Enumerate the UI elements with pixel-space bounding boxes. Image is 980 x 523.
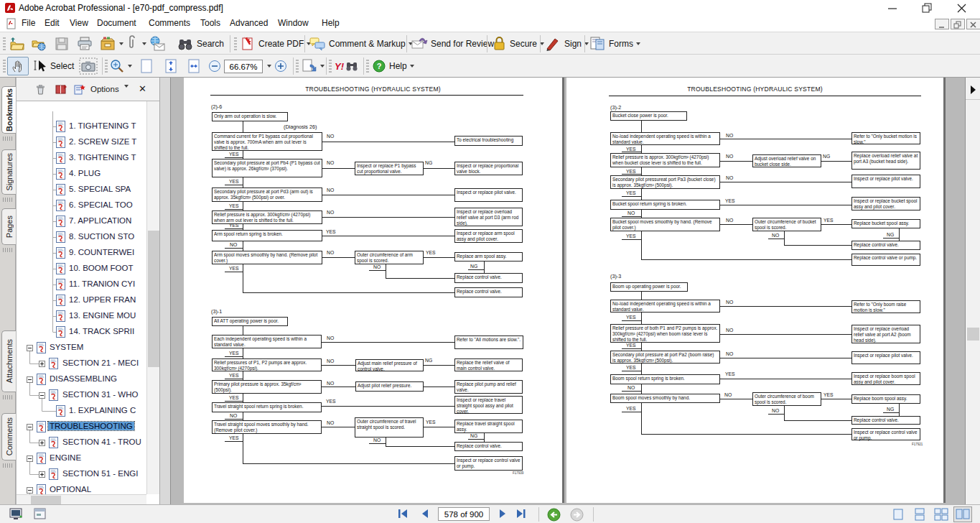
- actual-size-button[interactable]: [138, 57, 155, 75]
- bookmark-label[interactable]: DISASSEMBLING: [50, 374, 117, 383]
- last-page-button[interactable]: [514, 508, 528, 522]
- bookmark-item[interactable]: 13. ENGINE MOU: [17, 308, 146, 324]
- bookmark-item[interactable]: 2. SCREW SIZE T: [17, 134, 146, 150]
- continuous-layout-button[interactable]: [910, 506, 929, 522]
- bookmark-label[interactable]: SYSTEM: [50, 343, 83, 351]
- expand-icon[interactable]: [39, 471, 45, 478]
- toolbar-grip[interactable]: [105, 60, 108, 73]
- bookmark-label[interactable]: 7. APPLICATION: [69, 216, 131, 225]
- zoom-in-button[interactable]: [273, 57, 289, 75]
- single-page-layout-button[interactable]: [889, 506, 907, 522]
- bookmark-label[interactable]: 9. COUNTERWEI: [69, 248, 134, 256]
- menu-help[interactable]: Help: [322, 18, 340, 28]
- yahoo-search-button[interactable]: Y!: [335, 57, 360, 75]
- print-button[interactable]: [76, 34, 93, 53]
- select-tool-button[interactable]: Select: [33, 57, 74, 75]
- bookmark-label[interactable]: SECTION 21 - MECI: [62, 358, 139, 367]
- minimize-button[interactable]: [882, 0, 903, 16]
- attach-button[interactable]: [125, 34, 146, 53]
- bookmark-label[interactable]: 11. TRANION CYI: [69, 279, 135, 288]
- close-button[interactable]: [951, 0, 972, 16]
- page-number-field[interactable]: [438, 507, 490, 521]
- options-menu[interactable]: Options: [90, 85, 119, 93]
- bookmark-label[interactable]: 10. BOOM FOOT: [69, 264, 133, 272]
- zoom-level-field[interactable]: [224, 60, 263, 73]
- email-button[interactable]: [148, 34, 167, 53]
- first-page-button[interactable]: [396, 508, 411, 522]
- menu-document[interactable]: Document: [97, 18, 136, 28]
- create-pdf-button[interactable]: Create PDF: [240, 34, 311, 53]
- forms-button[interactable]: Forms: [589, 34, 640, 53]
- restore-button[interactable]: [916, 0, 938, 16]
- open-web-button[interactable]: [30, 34, 47, 53]
- collapse-icon[interactable]: [27, 455, 33, 462]
- expand-icon[interactable]: [39, 361, 45, 367]
- bookmark-label[interactable]: 14. TRACK SPRII: [69, 327, 134, 335]
- bookmark-label[interactable]: TROUBLESHOOTING: [48, 422, 134, 430]
- hand-tool-button[interactable]: [7, 57, 29, 75]
- help-button[interactable]: ?Help: [372, 57, 414, 75]
- prev-page-button[interactable]: [419, 508, 431, 522]
- bookmark-label[interactable]: SECTION 41 - TROU: [62, 438, 141, 446]
- collapse-icon[interactable]: [27, 424, 33, 430]
- doc-minimize-button[interactable]: [935, 19, 949, 29]
- facing-layout-button[interactable]: [932, 506, 951, 522]
- bookmark-item[interactable]: 5. SPECIAL SPA: [17, 182, 146, 198]
- organizer-button[interactable]: [99, 34, 123, 53]
- fit-width-button[interactable]: [185, 57, 202, 75]
- bookmark-label[interactable]: 1. EXPLAINING C: [69, 406, 136, 415]
- tab-attachments[interactable]: Attachments: [1, 330, 16, 392]
- save-button[interactable]: [53, 34, 70, 53]
- bookmark-item[interactable]: DISASSEMBLING: [17, 371, 146, 387]
- bookmark-item[interactable]: 7. APPLICATION: [17, 213, 146, 229]
- bookmark-label[interactable]: 5. SPECIAL SPA: [69, 185, 131, 193]
- fit-page-button[interactable]: [162, 57, 179, 75]
- bookmark-item[interactable]: SECTION 51 - ENGI: [17, 466, 146, 482]
- collapse-icon[interactable]: [27, 487, 33, 494]
- bookmark-item[interactable]: 4. PLUG: [17, 166, 146, 182]
- expand-icon[interactable]: [39, 440, 45, 446]
- panel-splitter[interactable]: [159, 78, 171, 504]
- bookmark-label[interactable]: 12. UPPER FRAN: [69, 295, 136, 304]
- bookmarks-hscrollbar[interactable]: [17, 494, 146, 504]
- previous-view-button[interactable]: [547, 508, 561, 523]
- bookmark-item[interactable]: SECTION 31 - WHO: [17, 387, 146, 403]
- reading-mode-icon[interactable]: [9, 507, 24, 523]
- bookmark-label[interactable]: OPTIONAL: [50, 485, 91, 494]
- delete-bookmark-icon[interactable]: [34, 83, 47, 98]
- toolbar-grip[interactable]: [296, 60, 299, 73]
- menu-tools[interactable]: Tools: [200, 18, 220, 28]
- expand-pane-button[interactable]: [968, 83, 978, 99]
- next-view-button[interactable]: [300, 57, 325, 75]
- bookmark-label[interactable]: SECTION 51 - ENGI: [62, 469, 138, 478]
- zoom-tool-button[interactable]: [109, 57, 132, 75]
- open-button[interactable]: [9, 34, 26, 53]
- bookmark-item[interactable]: 3. TIGHTENING T: [17, 150, 146, 166]
- tab-comments[interactable]: Comments: [1, 413, 16, 460]
- toolbar-grip[interactable]: [3, 37, 6, 50]
- bookmark-item[interactable]: ENGINE: [17, 450, 146, 466]
- bookmark-item[interactable]: 1. EXPLAINING C: [17, 403, 146, 419]
- comment-markup-button[interactable]: Comment & Markup: [309, 34, 413, 53]
- send-review-button[interactable]: Send for Review: [411, 34, 501, 53]
- menu-edit[interactable]: Edit: [45, 18, 60, 28]
- expand-bookmark-icon[interactable]: [55, 83, 67, 98]
- bookmark-item[interactable]: TROUBLESHOOTING: [17, 419, 146, 435]
- doc-restore-button[interactable]: [951, 19, 965, 29]
- new-bookmark-icon[interactable]: [73, 83, 86, 98]
- bookmark-item[interactable]: 1. TIGHTENING T: [17, 119, 146, 134]
- bookmark-item[interactable]: SECTION 41 - TROU: [17, 435, 146, 450]
- collapse-icon[interactable]: [27, 376, 33, 383]
- toolbar-grip[interactable]: [3, 60, 6, 73]
- tab-pages[interactable]: Pages: [1, 208, 16, 245]
- collapse-icon[interactable]: [27, 345, 33, 351]
- doc-close-button[interactable]: [966, 19, 980, 29]
- secure-button[interactable]: Secure: [491, 34, 544, 53]
- menu-comments[interactable]: Comments: [149, 18, 190, 28]
- next-page-button[interactable]: [497, 508, 508, 522]
- tab-signatures[interactable]: Signatures: [1, 149, 16, 195]
- zoom-dropdown[interactable]: [264, 57, 271, 75]
- collapse-icon[interactable]: [39, 392, 45, 399]
- bookmark-label[interactable]: 13. ENGINE MOU: [69, 311, 136, 320]
- zoom-out-button[interactable]: [207, 57, 223, 75]
